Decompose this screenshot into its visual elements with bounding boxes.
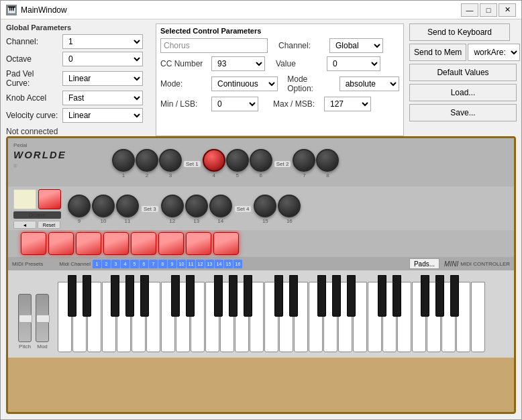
sp-cc-select[interactable]: 93 bbox=[211, 56, 265, 71]
sp-mode-select[interactable]: Continuous bbox=[211, 76, 278, 91]
midi-ch-3[interactable]: 3 bbox=[111, 260, 120, 268]
knob-1-container: 1 bbox=[112, 149, 135, 178]
key-fs2[interactable] bbox=[214, 275, 223, 317]
key-gs4[interactable] bbox=[435, 275, 444, 317]
pads-button[interactable]: Pads... bbox=[409, 258, 439, 269]
midi-ch-12[interactable]: 12 bbox=[196, 260, 205, 268]
sp-max-select[interactable]: 127 bbox=[324, 97, 371, 111]
midi-ch-13[interactable]: 13 bbox=[205, 260, 214, 268]
key-cs4[interactable] bbox=[378, 275, 386, 317]
knob-16-container: 16 bbox=[278, 195, 301, 224]
knob-13-container: 13 bbox=[185, 195, 208, 224]
key-cs2[interactable] bbox=[171, 275, 180, 317]
velocity-label: Velocity curve: bbox=[6, 111, 60, 120]
default-values-button[interactable]: Default Values bbox=[409, 64, 517, 81]
minimize-button[interactable]: — bbox=[461, 3, 478, 17]
sp-channel-select[interactable]: Global bbox=[329, 38, 383, 53]
knob-accel-label: Knob Accel bbox=[6, 93, 60, 103]
save-button[interactable]: Save... bbox=[409, 104, 517, 121]
key-as2[interactable] bbox=[244, 275, 252, 317]
load-button[interactable]: Load... bbox=[409, 84, 517, 101]
key-cs1[interactable] bbox=[68, 275, 76, 317]
key-fs3[interactable] bbox=[317, 275, 326, 317]
pitch-wheel[interactable] bbox=[18, 294, 32, 342]
left-arrow-btn[interactable]: ◄ bbox=[13, 221, 36, 229]
knob-12[interactable] bbox=[161, 195, 184, 217]
key-fs4[interactable] bbox=[421, 275, 429, 317]
send-to-mem-button[interactable]: Send to Mem bbox=[409, 44, 466, 61]
close-button[interactable]: ✕ bbox=[499, 3, 516, 17]
key-ds4[interactable] bbox=[393, 275, 401, 317]
velocity-select[interactable]: Linear bbox=[62, 108, 143, 123]
knob-2[interactable] bbox=[136, 149, 158, 172]
sp-mode-option-select[interactable]: absolute bbox=[340, 76, 399, 91]
channel-select[interactable]: 1 bbox=[62, 34, 143, 49]
pad-1[interactable] bbox=[21, 232, 46, 255]
key-as1[interactable] bbox=[140, 275, 149, 317]
knob-11[interactable] bbox=[116, 195, 139, 217]
midi-ch-8[interactable]: 8 bbox=[158, 260, 167, 268]
knob-6[interactable] bbox=[250, 149, 272, 172]
midi-ch-15[interactable]: 15 bbox=[224, 260, 233, 268]
midi-ch-11[interactable]: 11 bbox=[187, 260, 195, 268]
octave-select[interactable]: 0 bbox=[62, 52, 143, 66]
key-c5[interactable] bbox=[471, 282, 485, 352]
key-gs1[interactable] bbox=[125, 275, 134, 317]
midi-ch-7[interactable]: 7 bbox=[149, 260, 158, 268]
pad-white-1[interactable] bbox=[13, 189, 36, 209]
knob-8[interactable] bbox=[316, 149, 339, 172]
pad-6[interactable] bbox=[158, 232, 184, 255]
knob-5[interactable] bbox=[226, 149, 249, 172]
knob-7[interactable] bbox=[293, 149, 315, 172]
knob-14[interactable] bbox=[209, 195, 232, 217]
midi-ch-5[interactable]: 5 bbox=[130, 260, 139, 268]
pad-vel-label: Pad Vel Curve: bbox=[6, 69, 60, 88]
midi-ch-9[interactable]: 9 bbox=[168, 260, 176, 268]
pad-8[interactable] bbox=[213, 232, 239, 255]
knob-10[interactable] bbox=[92, 195, 115, 217]
knob-13[interactable] bbox=[185, 195, 208, 217]
pad-red-1[interactable] bbox=[38, 189, 61, 209]
pad-4[interactable] bbox=[103, 232, 129, 255]
key-cs3[interactable] bbox=[274, 275, 283, 317]
midi-ch-10[interactable]: 10 bbox=[177, 260, 186, 268]
key-as3[interactable] bbox=[347, 275, 356, 317]
knob-16[interactable] bbox=[278, 195, 301, 217]
knob-15[interactable] bbox=[254, 195, 276, 217]
pad-5[interactable] bbox=[131, 232, 156, 255]
knob-1[interactable] bbox=[112, 149, 135, 172]
knob-3[interactable] bbox=[159, 149, 182, 172]
pad-2[interactable] bbox=[48, 232, 74, 255]
key-as4[interactable] bbox=[450, 275, 459, 317]
midi-ch-6[interactable]: 6 bbox=[140, 260, 148, 268]
knob-9[interactable] bbox=[68, 195, 91, 217]
midi-ch-16[interactable]: 16 bbox=[233, 260, 242, 268]
right-arrow-btn[interactable]: Reset bbox=[38, 221, 60, 229]
sp-cc-value-row: CC Number 93 Value 0 bbox=[160, 56, 399, 71]
midi-ch-14[interactable]: 14 bbox=[215, 260, 223, 268]
sp-value-select[interactable]: 0 bbox=[327, 56, 380, 71]
mod-label: Mod bbox=[37, 344, 48, 350]
pad-7[interactable] bbox=[186, 232, 211, 255]
key-ds2[interactable] bbox=[186, 275, 195, 317]
set-3-label: Set 3 bbox=[142, 206, 158, 212]
midi-ch-4[interactable]: 4 bbox=[121, 260, 129, 268]
key-gs3[interactable] bbox=[332, 275, 341, 317]
pad-3[interactable] bbox=[76, 232, 101, 255]
sp-min-select[interactable]: 0 bbox=[211, 97, 258, 111]
knob-4-selected[interactable] bbox=[203, 149, 225, 172]
midi-ch-1[interactable]: 1 bbox=[93, 260, 101, 268]
key-gs2[interactable] bbox=[229, 275, 238, 317]
maximize-button[interactable]: □ bbox=[480, 3, 497, 17]
key-fs1[interactable] bbox=[111, 275, 119, 317]
pad-vel-select[interactable]: Linear bbox=[62, 71, 143, 86]
knob-accel-select[interactable]: Fast bbox=[62, 91, 143, 105]
sp-mode-option-label: Mode Option: bbox=[287, 74, 335, 93]
key-ds3[interactable] bbox=[289, 275, 298, 317]
mod-wheel[interactable] bbox=[36, 294, 49, 342]
control-name-input[interactable] bbox=[160, 38, 268, 53]
key-ds1[interactable] bbox=[83, 275, 91, 317]
send-to-mem-select[interactable]: workAre: bbox=[468, 44, 520, 61]
midi-ch-2[interactable]: 2 bbox=[102, 260, 111, 268]
send-to-keyboard-button[interactable]: Send to Keyboard bbox=[409, 23, 510, 41]
